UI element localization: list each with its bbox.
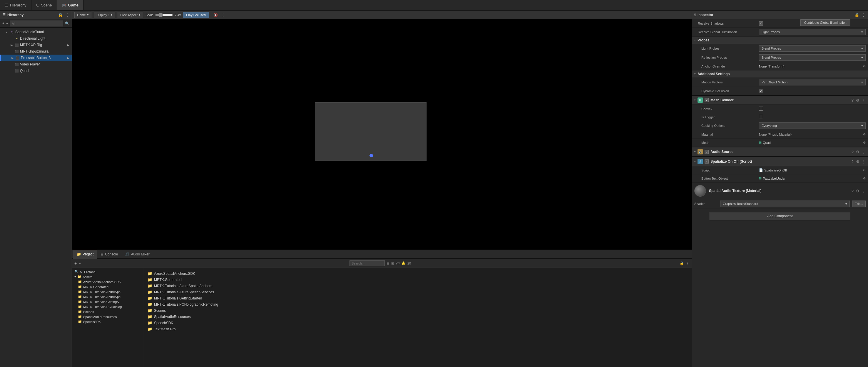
scale-slider[interactable] [155, 12, 173, 17]
assets-root-item[interactable]: ▾ 📁 Assets [73, 274, 143, 279]
light-probes-dropdown[interactable]: Blend Probes ▾ [759, 45, 866, 52]
folder-item-6[interactable]: 📁 Scenes [146, 307, 689, 313]
folder-item-2[interactable]: 📁 MRTK.Tutorials.AzureSpatialAnchors [146, 283, 689, 289]
more-options-icon[interactable]: ⋮ [221, 13, 225, 17]
spatialize-enabled-checkbox[interactable]: ✓ [705, 159, 709, 164]
hierarchy-lock-icon[interactable]: 🔒 [58, 12, 63, 17]
mesh-collider-help-icon[interactable]: ? [851, 98, 854, 102]
folder-item-5[interactable]: 📁 MRTK.Tutorials.PCHolographicRemoting [146, 301, 689, 307]
button-text-circle-icon[interactable]: ⊙ [863, 176, 866, 180]
pressable-expand: ▶ [11, 56, 14, 60]
spatialize-settings-icon[interactable]: ⚙ [856, 159, 860, 164]
hierarchy-add-icon[interactable]: + [2, 22, 4, 26]
project-label-icon[interactable]: 🏷 [396, 261, 400, 265]
receive-gi-dropdown[interactable]: Light Probes ▾ [759, 29, 866, 35]
folder-item-1[interactable]: 📁 MRTK.Generated [146, 276, 689, 283]
receive-shadows-checkbox[interactable]: ✓ [759, 22, 763, 26]
folder-item-7[interactable]: 📁 SpatialAudioResources [146, 313, 689, 320]
folder-item-4[interactable]: 📁 MRTK.Tutorials.GettingStarted [146, 295, 689, 301]
material-help-icon[interactable]: ? [851, 189, 854, 193]
audio-settings-icon[interactable]: ⚙ [856, 150, 860, 154]
probes-section-header[interactable]: ▾ Probes [692, 37, 868, 44]
project-star-icon[interactable]: ⭐ [401, 261, 406, 265]
hierarchy-item-video[interactable]: ⬛ Video Player [0, 61, 72, 68]
tree-item-8[interactable]: 📁 SpeechSDK [73, 319, 143, 324]
shader-dropdown[interactable]: Graphics Tools/Standard ▾ [720, 201, 850, 207]
tree-item-0[interactable]: 📁 AzureSpatialAnchors.SDK [73, 279, 143, 284]
inspector-lock-icon[interactable]: 🔓 [855, 12, 859, 17]
game-viewport [72, 20, 692, 249]
game-mode-dropdown[interactable]: Game ▾ [74, 12, 91, 18]
material-settings-icon[interactable]: ⚙ [856, 189, 860, 193]
spatialize-script-header[interactable]: ▾ # ✓ Spatialize On Off (Script) ? ⚙ ⋮ [692, 157, 868, 166]
tab-console[interactable]: ⊞ Console [97, 250, 121, 259]
bottom-lock-icon[interactable]: 🔒 [680, 261, 684, 265]
folder-item-9[interactable]: 📁 TextMesh Pro [146, 326, 689, 332]
display-dropdown[interactable]: Display 1 ▾ [94, 12, 115, 18]
is-trigger-checkbox[interactable] [759, 115, 763, 119]
script-circle-icon[interactable]: ⊙ [863, 168, 866, 172]
bottom-menu-icon[interactable]: ⋮ [686, 261, 689, 265]
mute-icon[interactable]: 🔇 [213, 13, 218, 17]
audio-menu-icon[interactable]: ⋮ [862, 150, 866, 154]
project-expand-icon[interactable]: ▾ [79, 261, 81, 265]
hierarchy-item-pressable[interactable]: ▶ ⬛ PressableButton_3 ▶ [0, 55, 72, 61]
mrtk-xr-icon: ⬛ [15, 43, 19, 47]
tree-item-4[interactable]: 📁 MRTK.Tutorials.GettingS [73, 299, 143, 304]
audio-source-header[interactable]: ▾ 🔊 ✓ Audio Source ? ⚙ ⋮ [692, 147, 868, 157]
folder-item-8[interactable]: 📁 SpeechSDK [146, 320, 689, 326]
project-view-icon1[interactable]: ⊟ [386, 261, 390, 265]
spatialize-menu-icon[interactable]: ⋮ [862, 159, 866, 164]
tab-game[interactable]: 🎮 Game [57, 0, 84, 10]
add-component-button[interactable]: Add Component [710, 212, 850, 220]
tree-item-6[interactable]: 📁 Scenes [73, 309, 143, 314]
folder-icon-1: 📁 [148, 277, 152, 282]
dynamic-occlusion-checkbox[interactable]: ✓ [759, 89, 763, 93]
all-prefabs-item[interactable]: 🔍 All Prefabs [73, 269, 143, 274]
audio-help-icon[interactable]: ? [851, 150, 854, 154]
additional-settings-header[interactable]: ▾ Additional Settings [692, 70, 868, 78]
tree-item-7[interactable]: 📁 SpatialAudioResources [73, 314, 143, 319]
motion-vectors-dropdown[interactable]: Per Object Motion ▾ [759, 79, 866, 86]
mesh-collider-header[interactable]: ▾ ⊞ ✓ Mesh Collider ? ⚙ ⋮ [692, 95, 868, 105]
tree-item-1[interactable]: 📁 MRTK.Generated [73, 284, 143, 289]
shader-edit-button[interactable]: Edit... [852, 201, 866, 207]
project-search-input[interactable] [349, 260, 385, 266]
project-add-icon[interactable]: + [74, 261, 77, 266]
mesh-collider-settings-icon[interactable]: ⚙ [856, 98, 860, 102]
reflection-probes-dropdown[interactable]: Blend Probes ▾ [759, 54, 866, 61]
tree-item-2[interactable]: 📁 MRTK.Tutorials.AzureSpa [73, 289, 143, 294]
spatialize-help-icon[interactable]: ? [851, 159, 854, 164]
tab-scene[interactable]: ⬡ Scene [31, 0, 57, 10]
cooking-options-dropdown[interactable]: Everything ▾ [759, 123, 866, 129]
folder-item-3[interactable]: 📁 MRTK.Tutorials.AzureSpeechServices [146, 289, 689, 295]
mesh-collider-menu-icon[interactable]: ⋮ [862, 98, 866, 102]
hierarchy-item-mrtk-input[interactable]: ⬛ MRTKInputSimula [0, 48, 72, 55]
hierarchy-item-root[interactable]: ▾ ⬡ SpatialAudioTutori [0, 29, 72, 35]
folder-item-0[interactable]: 📁 AzureSpatialAnchors.SDK [146, 270, 689, 276]
convex-checkbox[interactable] [759, 107, 763, 111]
play-focused-button[interactable]: Play Focused [183, 12, 209, 18]
aspect-dropdown[interactable]: Free Aspect ▾ [118, 12, 143, 18]
material-circle-icon[interactable]: ⊙ [863, 132, 866, 136]
tree-item-5[interactable]: 📁 MRTK.Tutorials.PCHololog [73, 304, 143, 309]
tab-project[interactable]: 📁 Project [73, 250, 97, 259]
project-view-icon2[interactable]: ⊞ [391, 261, 394, 265]
mesh-prop-row: Mesh ⊞ Quad ⊙ [692, 139, 868, 147]
mesh-circle-icon[interactable]: ⊙ [863, 141, 866, 144]
hierarchy-item-mrtk-xr[interactable]: ▶ ⬛ MRTK XR Rig ▶ [0, 42, 72, 48]
mesh-collider-enabled-checkbox[interactable]: ✓ [705, 98, 709, 102]
hierarchy-search-input[interactable] [10, 21, 63, 26]
material-menu-icon[interactable]: ⋮ [862, 189, 866, 193]
audio-source-enabled-checkbox[interactable]: ✓ [705, 150, 709, 154]
hierarchy-expand-icon[interactable]: ▾ [6, 22, 8, 26]
hierarchy-item-directional[interactable]: ☀ Directional Light [0, 35, 72, 42]
hierarchy-menu-icon[interactable]: ⋮ [65, 12, 69, 17]
tab-hierarchy[interactable]: ☰ Hierarchy [0, 0, 31, 10]
anchor-circle-icon[interactable]: ⊙ [863, 64, 866, 68]
tree-item-3[interactable]: 📁 MRTK.Tutorials.AzureSpe [73, 294, 143, 299]
hierarchy-item-quad[interactable]: ⬛ Quad [0, 68, 72, 74]
inspector-menu-icon[interactable]: ⋮ [862, 12, 866, 17]
quad-icon: ⬛ [15, 69, 19, 73]
tab-audio-mixer[interactable]: 🎵 Audio Mixer [121, 250, 153, 259]
